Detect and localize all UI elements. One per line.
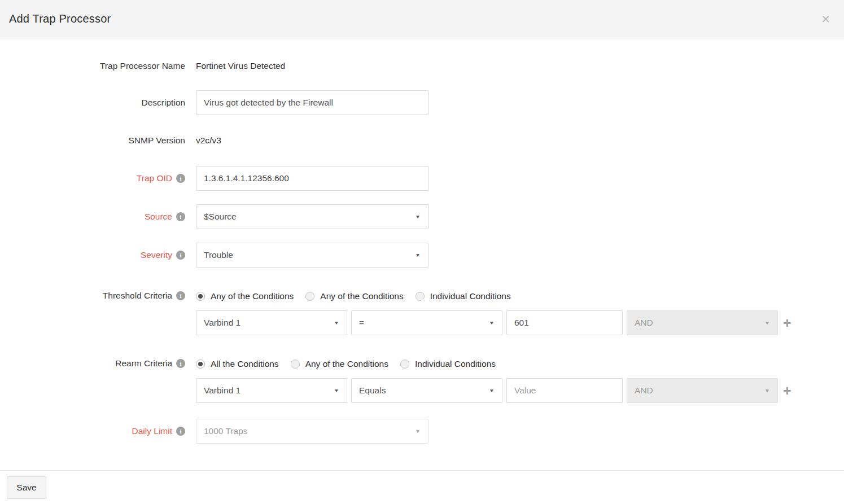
threshold-radio-individual[interactable]: Individual Conditions [416, 291, 511, 301]
snmp-version-value: v2c/v3 [196, 135, 221, 145]
radio-unselected-icon [291, 360, 300, 369]
threshold-criteria-radio-group: Any of the Conditions Any of the Conditi… [196, 290, 791, 303]
source-select[interactable]: $Source ▼ [196, 204, 428, 229]
rearm-radio-any[interactable]: Any of the Conditions [291, 359, 388, 369]
source-select-value: $Source [204, 212, 237, 222]
dialog-body: Trap Processor Name Fortinet Virus Detec… [0, 38, 844, 470]
daily-limit-select[interactable]: 1000 Traps ▼ [196, 419, 428, 444]
field-row-severity: Severity i Trouble ▼ [0, 243, 844, 268]
rearm-radio-all[interactable]: All the Conditions [196, 359, 279, 369]
chevron-down-icon: ▼ [764, 320, 770, 325]
threshold-condition-row: Varbind 1 ▼ = ▼ AND ▼ + [196, 310, 791, 335]
chevron-down-icon: ▼ [764, 388, 770, 393]
chevron-down-icon: ▼ [334, 320, 339, 325]
field-row-threshold-criteria: Threshold Criteria i Any of the Conditio… [0, 289, 844, 335]
add-trap-processor-dialog: Add Trap Processor ✕ Trap Processor Name… [0, 0, 844, 504]
threshold-criteria-label: Threshold Criteria [103, 291, 172, 301]
threshold-value-input[interactable] [506, 310, 623, 335]
trap-oid-label: Trap OID [137, 173, 172, 183]
chevron-down-icon: ▼ [415, 252, 421, 257]
source-label: Source [145, 212, 172, 222]
severity-select[interactable]: Trouble ▼ [196, 243, 428, 268]
description-label: Description [141, 98, 185, 108]
threshold-radio-any-1[interactable]: Any of the Conditions [196, 291, 294, 301]
threshold-criteria-info-icon[interactable]: i [176, 291, 185, 300]
rearm-add-condition-icon[interactable]: + [783, 384, 791, 398]
rearm-criteria-radio-group: All the Conditions Any of the Conditions… [196, 358, 791, 370]
field-row-source: Source i $Source ▼ [0, 204, 844, 229]
threshold-varbind-select[interactable]: Varbind 1 ▼ [196, 310, 347, 335]
threshold-add-condition-icon[interactable]: + [783, 316, 791, 330]
radio-unselected-icon [305, 292, 314, 301]
field-row-daily-limit: Daily Limit i 1000 Traps ▼ [0, 419, 844, 444]
chevron-down-icon: ▼ [334, 388, 339, 393]
severity-info-icon[interactable]: i [176, 251, 185, 260]
save-button[interactable]: Save [7, 476, 46, 499]
chevron-down-icon: ▼ [489, 388, 495, 393]
rearm-criteria-label: Rearm Criteria [115, 358, 172, 369]
radio-selected-icon [196, 360, 205, 369]
severity-label: Severity [141, 250, 172, 260]
daily-limit-info-icon[interactable]: i [176, 427, 185, 436]
rearm-logic-select: AND ▼ [627, 378, 778, 403]
rearm-operator-select[interactable]: Equals ▼ [351, 378, 502, 403]
field-row-description: Description [0, 90, 844, 115]
trap-processor-name-label: Trap Processor Name [100, 61, 185, 71]
daily-limit-label: Daily Limit [132, 426, 172, 436]
rearm-criteria-info-icon[interactable]: i [176, 359, 185, 368]
dialog-header: Add Trap Processor ✕ [0, 0, 844, 38]
dialog-footer: Save [0, 470, 844, 504]
field-row-rearm-criteria: Rearm Criteria i All the Conditions Any … [0, 357, 844, 403]
threshold-operator-select[interactable]: = ▼ [351, 310, 502, 335]
threshold-logic-select: AND ▼ [627, 310, 778, 335]
radio-unselected-icon [400, 360, 409, 369]
trap-oid-input[interactable] [196, 166, 428, 191]
source-info-icon[interactable]: i [176, 212, 185, 221]
field-row-trap-processor-name: Trap Processor Name Fortinet Virus Detec… [0, 61, 844, 71]
snmp-version-label: SNMP Version [128, 135, 185, 146]
field-row-snmp-version: SNMP Version v2c/v3 [0, 135, 844, 146]
severity-select-value: Trouble [204, 250, 233, 260]
close-icon[interactable]: ✕ [819, 11, 833, 27]
rearm-radio-individual[interactable]: Individual Conditions [400, 359, 496, 369]
dialog-title: Add Trap Processor [9, 12, 111, 25]
chevron-down-icon: ▼ [489, 320, 495, 325]
trap-oid-info-icon[interactable]: i [176, 174, 185, 183]
chevron-down-icon: ▼ [415, 428, 421, 433]
daily-limit-select-value: 1000 Traps [204, 426, 248, 436]
radio-selected-icon [196, 292, 205, 301]
trap-processor-name-value: Fortinet Virus Detected [196, 61, 285, 71]
rearm-varbind-select[interactable]: Varbind 1 ▼ [196, 378, 347, 403]
rearm-condition-row: Varbind 1 ▼ Equals ▼ AND ▼ + [196, 378, 791, 403]
field-row-trap-oid: Trap OID i [0, 166, 844, 191]
rearm-value-input[interactable] [506, 378, 623, 403]
threshold-radio-any-2[interactable]: Any of the Conditions [305, 291, 403, 301]
description-input[interactable] [196, 90, 428, 115]
radio-unselected-icon [416, 292, 425, 301]
chevron-down-icon: ▼ [415, 214, 421, 219]
